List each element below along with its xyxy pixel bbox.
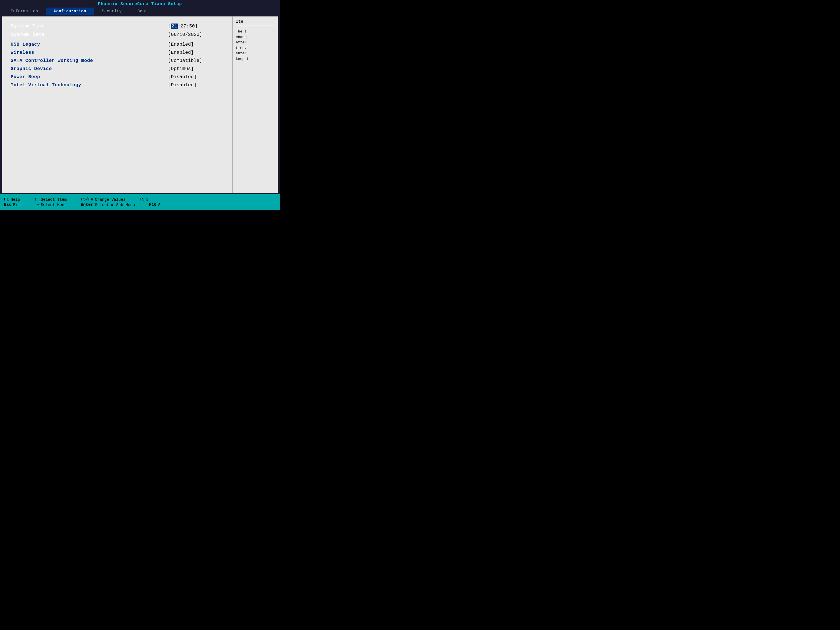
f1-key: F1 [4, 197, 9, 202]
f9-key: F9 [139, 197, 144, 202]
help-panel-text: The tchangAftertime,enterkeep t [236, 29, 275, 62]
status-bar-rows: F1 Help ↑↓ Select Item F5/F6 Change Valu… [3, 196, 277, 209]
system-time-value: [21:27:50] [168, 24, 224, 29]
intel-vt-label: Intel Virtual Technology [11, 82, 81, 88]
setting-row-graphic-device[interactable]: Graphic Device [Optimus] [11, 66, 224, 71]
sata-value: [Compatible] [168, 58, 224, 63]
leftright-label: Select Menu [41, 203, 66, 207]
status-f9: F9 S [138, 197, 153, 202]
content-area: System Time [21:27:50] System Date [06/1… [2, 16, 278, 193]
updown-key: ↑↓ [34, 197, 39, 202]
usb-legacy-value: [Enabled] [168, 42, 224, 47]
title-bar: Phoenix SecureCore Tiano Setup [0, 0, 280, 8]
status-f5f6: F5/F6 Change Values [79, 197, 130, 202]
help-panel: Ite The tchangAftertime,enterkeep t [233, 17, 278, 193]
status-enter: Enter Select ▶ Sub-Menu [79, 202, 139, 207]
power-beep-label: Power Beep [11, 74, 40, 79]
graphic-device-label: Graphic Device [11, 66, 52, 71]
power-beep-value: [Disabled] [168, 74, 224, 79]
status-row-2: Esc Exit ↔ Select Menu Enter Select ▶ Su… [3, 202, 277, 207]
setting-row-usb-legacy[interactable]: USB Legacy [Enabled] [11, 42, 224, 47]
f5f6-label: Change Values [95, 197, 125, 202]
tab-configuration[interactable]: Configuration [46, 8, 94, 15]
wireless-value: [Enabled] [168, 50, 224, 55]
leftright-key: ↔ [37, 202, 39, 207]
settings-panel: System Time [21:27:50] System Date [06/1… [2, 17, 233, 193]
sata-label: SATA Controller working mode [11, 58, 93, 63]
bios-title: Phoenix SecureCore Tiano Setup [98, 2, 182, 6]
f1-label: Help [11, 197, 20, 202]
f5f6-key: F5/F6 [81, 197, 93, 202]
status-f10: F10 S [148, 202, 165, 207]
wireless-label: Wireless [11, 50, 34, 55]
nav-tabs: Information Configuration Security Boot [0, 8, 280, 15]
setting-row-sata[interactable]: SATA Controller working mode [Compatible… [11, 58, 224, 63]
updown-label: Select Item [41, 197, 66, 202]
f10-key: F10 [149, 202, 156, 207]
esc-label: Exit [13, 203, 23, 207]
f10-label: S [158, 203, 160, 207]
status-esc: Esc Exit [3, 202, 27, 207]
setting-row-intel-vt[interactable]: Intel Virtual Technology [Disabled] [11, 82, 224, 88]
graphic-device-value: [Optimus] [168, 66, 224, 71]
setting-row-system-time[interactable]: System Time [21:27:50] [11, 23, 224, 29]
setting-row-power-beep[interactable]: Power Beep [Disabled] [11, 74, 224, 79]
status-updown: ↑↓ Select Item [33, 197, 71, 202]
system-date-value: [06/10/2020] [168, 32, 224, 37]
tab-security[interactable]: Security [94, 8, 129, 15]
setting-row-system-date[interactable]: System Date [06/10/2020] [11, 32, 224, 37]
status-row-1: F1 Help ↑↓ Select Item F5/F6 Change Valu… [3, 197, 277, 202]
bios-screen: Phoenix SecureCore Tiano Setup Informati… [0, 0, 280, 210]
status-f1: F1 Help [3, 197, 25, 202]
status-bar: F1 Help ↑↓ Select Item F5/F6 Change Valu… [0, 194, 280, 210]
enter-label: Select ▶ Sub-Menu [95, 202, 135, 207]
setting-row-wireless[interactable]: Wireless [Enabled] [11, 50, 224, 55]
tab-boot[interactable]: Boot [129, 8, 155, 15]
tab-information[interactable]: Information [3, 8, 46, 15]
system-time-label: System Time [11, 23, 45, 29]
help-panel-title: Ite [236, 19, 275, 26]
esc-key: Esc [4, 202, 11, 207]
system-date-label: System Date [11, 32, 45, 37]
usb-legacy-label: USB Legacy [11, 42, 40, 47]
system-time-hour: 21 [171, 24, 177, 29]
status-leftright: ↔ Select Menu [36, 202, 71, 207]
intel-vt-value: [Disabled] [168, 82, 224, 88]
enter-key: Enter [81, 202, 93, 207]
f9-label: S [146, 197, 148, 202]
